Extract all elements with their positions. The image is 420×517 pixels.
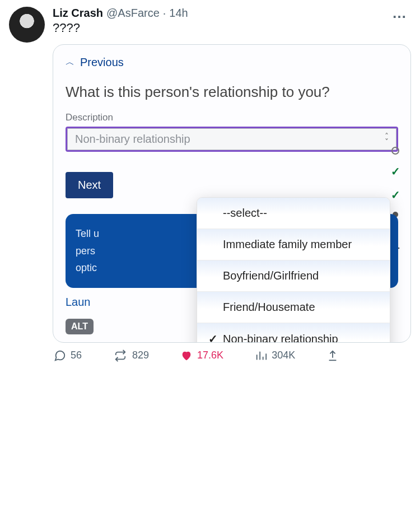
status-check-icon: ✓ — [391, 188, 400, 202]
option-label: --select-- — [223, 207, 267, 220]
more-options-icon[interactable]: … — [392, 6, 408, 20]
option-label: Friend/Housemate — [223, 301, 315, 314]
reply-button[interactable]: 56 — [54, 350, 82, 362]
relationship-select[interactable]: Non-binary relationship ˄˅ — [66, 127, 398, 152]
retweet-button[interactable]: 829 — [113, 350, 149, 362]
handle[interactable]: @AsFarce — [106, 7, 160, 20]
tweet-body: Liz Crash @AsFarce · 14h … ???? ︿ Previo… — [53, 7, 411, 369]
like-button[interactable]: 17.6K — [180, 350, 223, 362]
tweet-header: Liz Crash @AsFarce · 14h — [53, 7, 411, 20]
avatar-image — [9, 7, 45, 43]
share-button[interactable] — [326, 350, 339, 362]
retweet-icon — [113, 350, 128, 362]
option-label: Immediate family member — [223, 238, 352, 251]
dropdown-option-family[interactable]: Immediate family member — [197, 229, 390, 260]
tweet-container: Liz Crash @AsFarce · 14h … ???? ︿ Previo… — [0, 0, 420, 375]
retweet-count: 829 — [132, 350, 149, 361]
select-row: Non-binary relationship ˄˅ — [66, 127, 398, 152]
description-label: Description — [66, 112, 398, 123]
question-heading: What is this person's relationship to yo… — [66, 82, 398, 102]
avatar[interactable] — [9, 7, 45, 43]
select-value: Non-binary relationship — [75, 133, 190, 146]
dropdown-option-select[interactable]: --select-- — [197, 198, 390, 229]
tweet-text: ???? — [53, 21, 411, 35]
status-empty-circle — [391, 147, 399, 155]
dropdown-option-friend-housemate[interactable]: Friend/Housemate — [197, 292, 390, 323]
display-name[interactable]: Liz Crash — [53, 7, 103, 20]
previous-label: Previous — [80, 56, 124, 69]
previous-link[interactable]: ︿ Previous — [66, 56, 398, 69]
status-check-icon: ✓ — [391, 165, 400, 178]
views-button[interactable]: 304K — [255, 350, 295, 362]
chevron-up-icon: ︿ — [66, 57, 74, 68]
alt-badge[interactable]: ALT — [66, 319, 94, 334]
option-label: Non-binary relationship — [223, 333, 338, 343]
timestamp[interactable]: 14h — [169, 7, 188, 20]
like-count: 17.6K — [197, 350, 223, 361]
heart-icon — [180, 350, 193, 362]
media-card: ︿ Previous What is this person's relatio… — [53, 44, 411, 343]
updown-icon: ˄˅ — [385, 134, 389, 145]
reply-count: 56 — [71, 350, 82, 361]
separator: · — [163, 7, 166, 20]
views-count: 304K — [272, 350, 295, 361]
next-button[interactable]: Next — [66, 172, 113, 198]
reply-icon — [54, 350, 66, 362]
check-icon: ✓ — [208, 332, 218, 343]
views-icon — [255, 350, 267, 362]
relationship-dropdown: --select-- Immediate family member Boyfr… — [197, 197, 390, 343]
option-label: Boyfriend/Girlfriend — [223, 269, 319, 282]
tweet-actions: 56 829 17.6K 304K — [53, 347, 411, 369]
dropdown-option-boyfriend-girlfriend[interactable]: Boyfriend/Girlfriend — [197, 260, 390, 292]
share-icon — [326, 350, 339, 362]
dropdown-option-nonbinary[interactable]: ✓ Non-binary relationship — [197, 323, 390, 343]
